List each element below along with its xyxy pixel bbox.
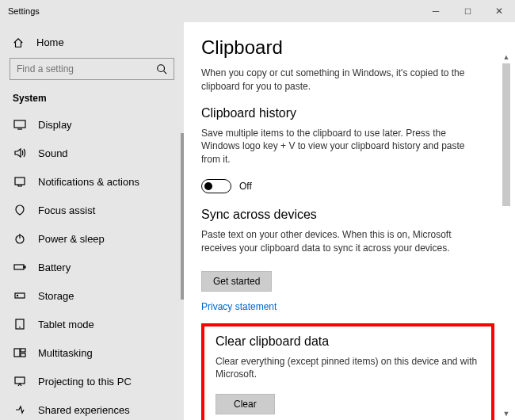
clear-clipboard-section: Clear clipboard data Clear everything (e…	[201, 323, 494, 420]
sidebar-item-multitasking[interactable]: Multitasking	[0, 338, 184, 367]
clipboard-history-toggle-label: Off	[239, 181, 252, 192]
svg-rect-6	[15, 293, 25, 298]
power-icon	[13, 232, 27, 245]
svg-rect-5	[24, 266, 25, 268]
get-started-button[interactable]: Get started	[201, 271, 272, 292]
sidebar-item-sound[interactable]: Sound	[0, 139, 184, 167]
battery-icon	[13, 261, 27, 273]
sidebar-item-display[interactable]: Display	[0, 110, 184, 139]
sidebar-nav: Display Sound Notifications & actions Fo…	[0, 110, 184, 420]
sidebar-item-storage[interactable]: Storage	[0, 281, 184, 310]
svg-rect-2	[15, 178, 25, 185]
sidebar-item-shared-experiences[interactable]: Shared experiences	[0, 395, 184, 420]
window-title: Settings	[8, 6, 40, 16]
main-content: Clipboard When you copy or cut something…	[184, 22, 515, 420]
svg-rect-4	[14, 265, 24, 269]
search-icon	[156, 63, 167, 74]
display-icon	[13, 118, 27, 131]
multitasking-icon	[13, 346, 27, 359]
sidebar-item-focus-assist[interactable]: Focus assist	[0, 196, 184, 224]
sidebar-home[interactable]: Home	[0, 32, 184, 55]
clipboard-history-toggle[interactable]	[201, 179, 231, 193]
clipboard-history-heading: Clipboard history	[201, 106, 505, 120]
page-title: Clipboard	[201, 36, 505, 59]
sound-icon	[13, 147, 27, 159]
minimize-button[interactable]: ─	[420, 0, 452, 22]
svg-point-7	[17, 295, 17, 296]
scroll-up-icon[interactable]: ▲	[501, 51, 512, 63]
sidebar-item-label: Shared experiences	[38, 404, 130, 416]
home-icon	[13, 37, 27, 48]
sidebar-item-notifications[interactable]: Notifications & actions	[0, 167, 184, 196]
sidebar-item-label: Sound	[38, 147, 68, 159]
sidebar-item-battery[interactable]: Battery	[0, 253, 184, 281]
clear-button[interactable]: Clear	[216, 394, 275, 414]
sidebar-item-tablet-mode[interactable]: Tablet mode	[0, 310, 184, 338]
sidebar-item-label: Notifications & actions	[38, 176, 139, 188]
close-button[interactable]: ✕	[483, 0, 515, 22]
sidebar-item-label: Focus assist	[38, 204, 95, 216]
storage-icon	[13, 289, 27, 302]
svg-point-0	[158, 65, 165, 72]
sidebar-group-title: System	[0, 88, 184, 110]
sidebar-item-power-sleep[interactable]: Power & sleep	[0, 224, 184, 253]
svg-rect-9	[14, 349, 20, 357]
projecting-icon	[13, 375, 27, 388]
sidebar-item-label: Display	[38, 119, 72, 131]
sidebar-item-label: Multitasking	[38, 347, 93, 359]
svg-rect-1	[14, 120, 25, 128]
sidebar: Home System Display Sound Notifications …	[0, 22, 184, 420]
window-controls: ─ ☐ ✕	[420, 0, 515, 22]
clear-desc: Clear everything (except pinned items) o…	[216, 355, 480, 382]
svg-rect-11	[21, 353, 25, 357]
sidebar-item-projecting[interactable]: Projecting to this PC	[0, 367, 184, 395]
clear-heading: Clear clipboard data	[216, 334, 480, 349]
sidebar-item-label: Power & sleep	[38, 233, 105, 245]
scroll-thumb[interactable]	[502, 63, 510, 206]
clipboard-history-desc: Save multiple items to the clipboard to …	[201, 127, 471, 166]
focus-assist-icon	[13, 204, 27, 216]
intro-text: When you copy or cut something in Window…	[201, 67, 471, 94]
sync-heading: Sync across devices	[201, 208, 505, 222]
search-input[interactable]	[17, 63, 156, 74]
sidebar-item-label: Tablet mode	[38, 319, 94, 330]
sidebar-item-label: Projecting to this PC	[38, 376, 132, 388]
sidebar-item-label: Storage	[38, 290, 74, 302]
svg-rect-10	[21, 349, 25, 352]
maximize-button[interactable]: ☐	[452, 0, 483, 22]
sidebar-item-label: Battery	[38, 262, 71, 273]
scroll-down-icon[interactable]: ▼	[501, 407, 512, 420]
titlebar: Settings ─ ☐ ✕	[0, 0, 515, 22]
sync-desc: Paste text on your other devices. When t…	[201, 228, 471, 255]
svg-rect-12	[15, 377, 25, 384]
main-scrollbar[interactable]: ▲ ▼	[501, 51, 512, 420]
tablet-icon	[13, 318, 27, 330]
notifications-icon	[13, 175, 27, 188]
sidebar-home-label: Home	[36, 36, 64, 48]
shared-icon	[13, 403, 27, 416]
privacy-statement-link[interactable]: Privacy statement	[201, 301, 277, 312]
search-box[interactable]	[10, 58, 174, 80]
